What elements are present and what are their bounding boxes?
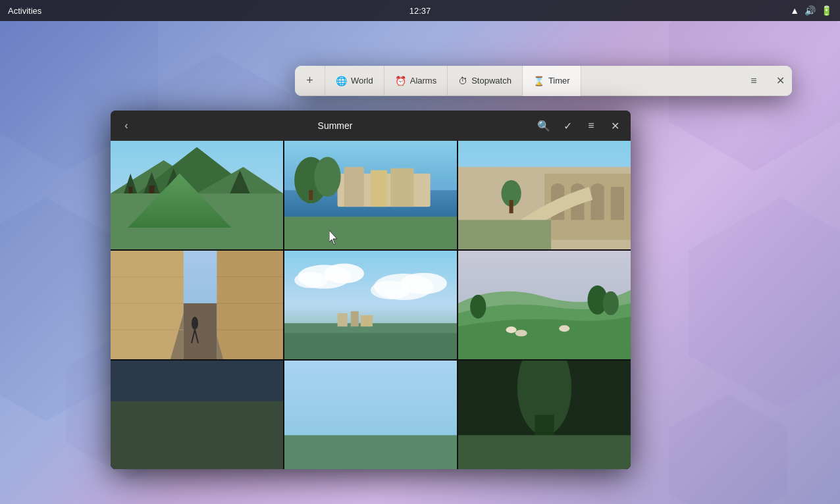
clocks-menu-button[interactable]: ≡ xyxy=(742,69,766,93)
add-tab-button[interactable]: + xyxy=(295,66,325,96)
topbar: Activities 12:37 ▲ 🔊 🔋 xyxy=(0,0,840,21)
svg-rect-10 xyxy=(149,186,154,193)
svg-point-61 xyxy=(470,295,486,318)
svg-rect-55 xyxy=(351,311,359,326)
photo-toolbar: 🔍 ✓ ≡ ✕ xyxy=(533,115,625,136)
svg-rect-30 xyxy=(510,200,513,213)
hamburger-icon: ≡ xyxy=(750,75,756,87)
svg-rect-28 xyxy=(458,220,551,249)
svg-point-59 xyxy=(515,330,527,336)
timer-icon: ⌛ xyxy=(533,76,544,86)
svg-rect-19 xyxy=(309,190,313,200)
clocks-titlebar: + 🌐 World ⏰ Alarms ⏱ Stopwatch xyxy=(295,66,792,96)
tab-timer[interactable]: ⌛ Timer xyxy=(523,66,581,96)
svg-point-58 xyxy=(506,326,517,333)
battery-icon[interactable]: 🔋 xyxy=(821,5,832,16)
close-icon: ✕ xyxy=(611,120,619,132)
svg-rect-1 xyxy=(111,193,283,249)
tab-stopwatch[interactable]: ⏱ Stopwatch xyxy=(448,66,523,96)
svg-rect-54 xyxy=(338,313,348,326)
svg-rect-32 xyxy=(111,251,184,359)
photo-cell-2[interactable] xyxy=(284,141,457,249)
svg-rect-33 xyxy=(217,251,283,359)
checkmark-icon: ✓ xyxy=(564,120,572,132)
activities-label[interactable]: Activities xyxy=(8,6,41,16)
photo-cell-9[interactable] xyxy=(458,361,631,469)
back-button[interactable]: ‹ xyxy=(116,115,137,136)
photo-cell-3[interactable] xyxy=(458,141,631,249)
clocks-close-button[interactable]: ✕ xyxy=(768,69,792,93)
tab-timer-label: Timer xyxy=(548,76,570,86)
photo-cell-5[interactable] xyxy=(284,251,457,359)
system-clock: 12:37 xyxy=(409,6,431,16)
photo-cell-1[interactable] xyxy=(111,141,283,249)
options-button[interactable]: ≡ xyxy=(581,115,602,136)
close-icon: ✕ xyxy=(776,74,785,87)
svg-rect-16 xyxy=(390,168,413,207)
desktop: Activities 12:37 ▲ 🔊 🔋 + 🌐 World ⏰ Alarm xyxy=(0,0,840,504)
select-button[interactable]: ✓ xyxy=(557,115,578,136)
svg-point-63 xyxy=(603,291,619,315)
photo-cell-8[interactable] xyxy=(284,361,457,469)
photo-grid xyxy=(111,141,631,469)
svg-point-60 xyxy=(559,325,569,332)
photo-titlebar: ‹ Summer 🔍 ✓ ≡ ✕ xyxy=(111,111,631,141)
tab-world-label: World xyxy=(351,76,373,86)
photo-cell-7[interactable] xyxy=(111,361,283,469)
svg-rect-27 xyxy=(611,187,624,220)
svg-rect-56 xyxy=(361,315,373,326)
svg-point-18 xyxy=(314,157,340,197)
clocks-window: + 🌐 World ⏰ Alarms ⏱ Stopwatch xyxy=(295,66,792,96)
svg-rect-71 xyxy=(458,435,631,469)
sound-icon[interactable]: 🔊 xyxy=(804,5,816,16)
svg-rect-67 xyxy=(284,435,457,469)
svg-rect-20 xyxy=(284,216,457,249)
tab-world[interactable]: 🌐 World xyxy=(325,66,384,96)
photo-close-button[interactable]: ✕ xyxy=(604,115,625,136)
svg-rect-35 xyxy=(184,303,217,359)
photo-window-title: Summer xyxy=(318,120,353,131)
svg-rect-26 xyxy=(591,187,604,220)
svg-rect-14 xyxy=(344,167,364,207)
world-icon: 🌐 xyxy=(336,76,347,86)
back-icon: ‹ xyxy=(124,120,128,132)
wifi-icon[interactable]: ▲ xyxy=(790,5,799,16)
svg-point-42 xyxy=(192,316,198,330)
photo-window: ‹ Summer 🔍 ✓ ≡ ✕ xyxy=(111,111,631,469)
svg-rect-9 xyxy=(128,187,132,193)
menu-icon: ≡ xyxy=(588,120,594,132)
svg-point-48 xyxy=(294,272,327,288)
svg-point-47 xyxy=(324,264,363,284)
svg-point-51 xyxy=(371,281,410,299)
tab-stopwatch-label: Stopwatch xyxy=(471,76,512,86)
svg-rect-65 xyxy=(111,401,283,469)
tab-alarms-label: Alarms xyxy=(410,76,436,86)
alarm-icon: ⏰ xyxy=(395,76,406,86)
svg-rect-15 xyxy=(371,170,387,207)
stopwatch-icon: ⏱ xyxy=(458,76,467,86)
system-tray: ▲ 🔊 🔋 xyxy=(790,5,832,16)
search-icon: 🔍 xyxy=(537,120,550,132)
svg-rect-53 xyxy=(284,333,457,359)
photo-cell-4[interactable] xyxy=(111,251,283,359)
plus-icon: + xyxy=(306,74,313,88)
tab-alarms[interactable]: ⏰ Alarms xyxy=(384,66,448,96)
photo-cell-6[interactable] xyxy=(458,251,631,359)
search-button[interactable]: 🔍 xyxy=(533,115,554,136)
